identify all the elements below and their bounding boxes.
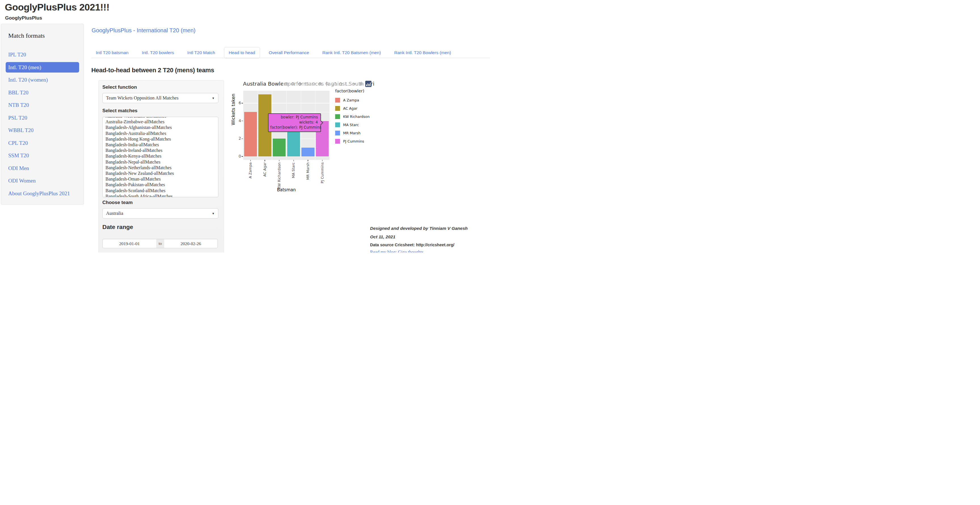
app-title: GooglyPlusPlus 2021!!! [5,2,110,13]
match-option[interactable]: Bangladesh-New Zealand-allMatches [103,171,218,176]
match-option[interactable]: Bangladesh-Kenya-allMatches [103,153,218,159]
y-tick-mark [242,103,243,103]
match-option[interactable]: Bangladesh-Netherlands-allMatches [103,165,218,171]
legend-entry[interactable]: MR Marsh [335,129,370,137]
legend-entry[interactable]: MA Starc [335,121,370,129]
match-option[interactable]: Bangladesh-Oman-allMatches [103,176,218,182]
legend-entries: A ZampaAC AgarKW RichardsonMA StarcMR Ma… [335,96,370,145]
legend-entry[interactable]: PJ Cummins [335,137,370,145]
legend-entry[interactable]: A Zampa [335,96,370,104]
choose-team-dropdown[interactable]: Australia ▼ [102,208,218,219]
bar-mr-marsh[interactable] [301,148,315,156]
match-option[interactable]: Bangladesh-Pakistan-allMatches [103,182,218,187]
pan-icon[interactable] [297,81,304,87]
chevron-down-icon: ▼ [212,212,218,215]
tab-bar: Intl T20 batsmanIntl. T20 bowlersIntl T2… [91,47,460,58]
hover-compare-icon[interactable] [358,81,365,87]
footer-blog-link[interactable]: Read my blog: Giga thoughts [370,250,489,252]
zoom-in-icon[interactable] [317,81,324,87]
match-option[interactable]: Bangladesh-Ireland-allMatches [103,148,218,153]
bar-kw-richardson[interactable] [273,138,286,156]
legend-swatch [335,122,340,127]
match-option[interactable]: Bangladesh-Australia-allMatches [103,131,218,136]
sidebar-item[interactable]: ODI Men [1,162,29,175]
tab-intl-t20-match[interactable]: Intl T20 Match [183,47,220,58]
choose-team-value: Australia [103,211,212,216]
section-heading: Head-to-head between 2 T20 (mens) teams [91,67,214,74]
legend-entry[interactable]: KW Richardson [335,113,370,121]
date-to-input[interactable]: 2020-02-26 [164,239,218,248]
match-option[interactable]: Bangladesh-South Africa-allMatches [103,194,218,197]
bar-ma-starc[interactable] [287,130,300,156]
sidebar-item[interactable]: NTB T20 [1,99,29,112]
match-option[interactable]: Bangladesh-Scotland-allMatches [103,188,218,194]
sidebar-item[interactable]: About GooglyPlusPlus 2021 [1,187,70,200]
x-tick-label: A Zampa [248,162,252,178]
tooltip-line: bowler: PJ Cummins [270,115,318,120]
select-function-dropdown[interactable]: Team Wickets Opposition All Matches ▼ [102,93,218,103]
tabs-divider [91,58,490,58]
sidebar-item[interactable]: BBL T20 [1,86,29,99]
legend-entry[interactable]: AC Agar [335,104,370,113]
tab-intl-t20-bowlers[interactable]: Intl. T20 bowlers [137,47,178,58]
camera-icon[interactable] [283,81,290,87]
app-subtitle: GooglyPlusPlus [5,15,42,21]
sidebar-item[interactable]: WBBL T20 [1,124,33,137]
chart-legend: factor(bowler) A ZampaAC AgarKW Richards… [335,89,370,145]
autoscale-icon[interactable] [331,81,337,87]
legend-label: MA Starc [343,123,359,127]
reset-axes-icon[interactable] [337,81,344,87]
head-to-head-form-panel: Select function Team Wickets Opposition … [99,80,224,252]
sidebar-item[interactable]: Intl. T20 (men) [6,62,79,73]
hover-closest-icon[interactable] [351,81,358,87]
y-axis-title: Wickets taken [231,94,236,125]
plotly-logo[interactable] [365,81,371,87]
match-option[interactable]: Bangladesh-Afghanistan-allMatches [103,125,218,130]
spikelines-icon[interactable] [344,81,351,87]
x-tick-label: MR Marsh [306,162,310,179]
y-tick-label: 2 [235,136,241,141]
tab-head-to-head[interactable]: Head to head [224,47,260,59]
tab-rank-intl-t20-bowlers-men-[interactable]: Rank Intl. T20 Bowlers (men) [390,47,455,58]
y-tick-mark [242,121,243,121]
x-tick-mark [322,160,323,161]
x-tick-mark [308,160,308,161]
box-select-icon[interactable] [304,81,310,87]
x-tick-mark [250,160,251,161]
x-tick-mark [279,160,280,161]
match-option[interactable]: Bangladesh-Nepal-allMatches [103,159,218,165]
sidebar: Match formats IPL T20Intl. T20 (men)Intl… [1,24,84,205]
select-matches-listbox[interactable]: Australia-West Indies-allMatchesAustrali… [102,117,218,197]
sidebar-item[interactable]: CPL T20 [1,137,28,149]
sidebar-item[interactable]: Intl. T20 (women) [1,74,48,86]
sidebar-item[interactable]: SSM T20 [1,149,29,162]
zoom-icon[interactable] [290,81,297,87]
y-tick-label: 4 [235,119,241,123]
y-tick-label: 6 [235,101,241,105]
zoom-out-icon[interactable] [324,81,331,87]
x-tick-label: KW Richardson [277,162,281,189]
date-range-separator: to [156,239,164,248]
match-option[interactable]: Australia-Zimbabwe-allMatches [103,119,218,125]
match-option[interactable]: Bangladesh-India-allMatches [103,142,218,148]
sidebar-item[interactable]: PSL T20 [1,112,27,124]
date-from-input[interactable]: 2019-01-01 [102,239,156,248]
match-option[interactable]: Australia-West Indies-allMatches [103,117,218,119]
page-title-link[interactable]: GooglyPlusPlus - International T20 (men) [92,27,196,34]
lasso-select-icon[interactable] [310,81,317,87]
bar-a-zampa[interactable] [244,112,257,156]
chart-tooltip: bowler: PJ Cummins wickets: 4 factor(bow… [268,113,321,132]
tab-overall-performance[interactable]: Overall Performance [264,47,313,58]
tab-intl-t20-batsman[interactable]: Intl T20 batsman [91,47,133,58]
footer-credit: Designed and developed by Tinniam V Gane… [370,226,489,231]
legend-swatch [335,114,340,119]
legend-label: KW Richardson [343,114,370,119]
date-range-picker: 2019-01-01 to 2020-02-26 [102,239,218,248]
sidebar-item[interactable]: ODI Women [1,175,36,187]
match-option[interactable]: Bangladesh-Hong Kong-allMatches [103,136,218,142]
footer: Designed and developed by Tinniam V Gane… [370,226,489,252]
tab-rank-intl-t20-batsmen-men-[interactable]: Rank Intl. T20 Batsmen (men) [318,47,385,58]
tooltip-line: factor(bowler): PJ Cummins [270,125,318,130]
legend-title: factor(bowler) [335,89,370,93]
sidebar-item[interactable]: IPL T20 [1,48,26,61]
